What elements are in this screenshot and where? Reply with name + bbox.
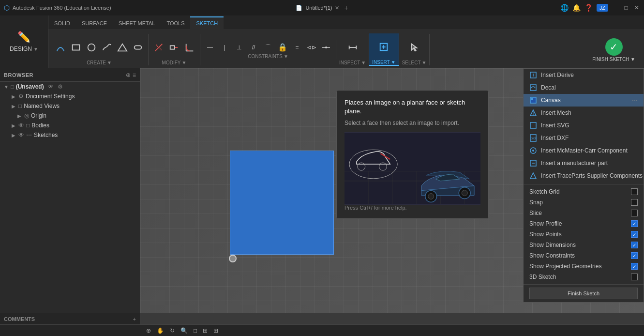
rotate-handle[interactable]	[229, 255, 237, 262]
doc-settings-label: Document Settings	[26, 93, 75, 100]
maximize-btn[interactable]: □	[623, 4, 629, 11]
show-dimensions-checkbox[interactable]	[631, 242, 638, 248]
canvas-item[interactable]: Canvas ⋯	[524, 94, 644, 107]
show-constraints-checkbox[interactable]	[631, 252, 638, 259]
show-constraints-setting[interactable]: Show Constraints	[524, 250, 644, 261]
expand-all-icon[interactable]: ⊕	[126, 72, 131, 78]
user-avatar[interactable]: JZ	[597, 4, 608, 12]
inspect-buttons	[345, 35, 360, 60]
midpoint-btn[interactable]	[319, 41, 333, 54]
slot-tool-btn[interactable]	[131, 35, 145, 60]
show-points-checkbox[interactable]	[631, 231, 638, 238]
arc-tool-btn[interactable]	[53, 35, 68, 60]
layout-btn[interactable]: ⊞	[211, 326, 220, 335]
inspect-label[interactable]: INSPECT ▼	[339, 60, 366, 65]
insert-dxf-item[interactable]: DXF Insert DXF	[524, 132, 644, 144]
select-btn[interactable]	[407, 35, 421, 60]
minimize-btn[interactable]: ─	[612, 4, 619, 11]
close-tab-icon[interactable]: ✕	[335, 5, 339, 11]
insert-label[interactable]: INSERT ▼	[372, 60, 395, 65]
tab-sheet-metal[interactable]: SHEET METAL	[113, 16, 161, 29]
insert-svg-item[interactable]: Insert SVG	[524, 119, 644, 132]
finish-sketch-dropdown-btn[interactable]: Finish Sketch	[529, 288, 638, 299]
bodies-eye-icon[interactable]: 👁	[18, 122, 24, 129]
tree-item-origin[interactable]: ▶ ◎ Origin	[0, 111, 140, 121]
3d-sketch-setting[interactable]: 3D Sketch	[524, 272, 644, 282]
grid-view-btn[interactable]: ⊞	[201, 326, 210, 335]
orbit-tool-btn[interactable]: ⊕	[144, 326, 153, 335]
ribbon-group-insert[interactable]: INSERT ▼	[369, 33, 399, 66]
tree-item-named-views[interactable]: ▶ □ Named Views	[0, 101, 140, 111]
nav-icon-3[interactable]: ❓	[584, 4, 593, 12]
zoom-tool-btn[interactable]: 🔍	[179, 326, 190, 335]
create-label[interactable]: CREATE ▼	[87, 60, 112, 65]
ribbon-group-finish-sketch[interactable]: ✓ FINISH SKETCH ▼	[585, 32, 642, 66]
perpendicular-btn[interactable]: ⊥	[232, 41, 246, 54]
sketch-grid-checkbox[interactable]	[631, 188, 638, 195]
show-projected-checkbox[interactable]	[631, 263, 638, 270]
sketch-rectangle[interactable]	[230, 151, 334, 255]
unsaved-more-icon[interactable]: ⚙	[58, 83, 63, 90]
nav-icon-2[interactable]: 🔔	[572, 4, 581, 12]
tree-item-bodies[interactable]: ▶ 👁 □ Bodies	[0, 121, 140, 130]
tab-sketch[interactable]: SKETCH	[190, 16, 224, 29]
decal-item[interactable]: Decal	[524, 81, 644, 94]
finish-sketch-big-btn[interactable]: ✓ FINISH SKETCH ▼	[588, 33, 639, 66]
new-tab-icon[interactable]: +	[344, 4, 348, 12]
polygon-tool-btn[interactable]	[115, 35, 130, 60]
equal-btn[interactable]: =	[290, 41, 304, 54]
show-profile-setting[interactable]: Show Profile	[524, 218, 644, 229]
insert-manufacturer-item[interactable]: Insert a manufacturer part	[524, 157, 644, 169]
sketches-eye-icon[interactable]: 👁	[18, 132, 24, 138]
tree-item-sketches[interactable]: ▶ 👁 ⋯ Sketches	[0, 130, 140, 140]
select-label[interactable]: SELECT ▼	[402, 60, 427, 65]
trim-btn[interactable]	[151, 35, 166, 60]
insert-mcmaster-item[interactable]: Insert McMaster-Carr Component	[524, 144, 644, 157]
snap-checkbox[interactable]	[631, 199, 638, 206]
insert-derive-item[interactable]: Insert Derive	[524, 69, 644, 81]
nav-icon-1[interactable]: 🌐	[560, 4, 569, 12]
settings-icon[interactable]: ≡	[133, 72, 136, 78]
slice-checkbox[interactable]	[631, 210, 638, 216]
spline-tool-btn[interactable]	[100, 35, 114, 60]
vertical-constraint-btn[interactable]: |	[218, 41, 231, 54]
inspect-btn[interactable]	[345, 35, 360, 60]
rectangle-tool-btn[interactable]	[69, 35, 83, 60]
symmetry-btn[interactable]: ⊲⊳	[305, 41, 318, 54]
insert-mesh-item[interactable]: Insert Mesh	[524, 107, 644, 119]
parallel-btn[interactable]: //	[247, 41, 260, 54]
3d-sketch-checkbox[interactable]	[631, 274, 638, 280]
insert-btn[interactable]	[376, 34, 391, 60]
pan-tool-btn[interactable]: ✋	[155, 326, 166, 335]
add-comment-icon[interactable]: +	[133, 316, 136, 322]
show-dimensions-setting[interactable]: Show Dimensions	[524, 240, 644, 250]
unsaved-eye-icon[interactable]: 👁	[48, 83, 54, 90]
constraints-label[interactable]: CONSTRAINTS ▼	[248, 54, 288, 59]
horizontal-constraint-btn[interactable]: —	[203, 41, 217, 54]
sketch-grid-setting[interactable]: Sketch Grid	[524, 186, 644, 197]
tangent-btn[interactable]: ⌒	[261, 41, 275, 54]
slice-setting[interactable]: Slice	[524, 208, 644, 218]
extend-btn[interactable]	[167, 35, 181, 60]
tab-surface[interactable]: SURFACE	[76, 16, 113, 29]
show-projected-setting[interactable]: Show Projected Geometries	[524, 261, 644, 272]
show-points-setting[interactable]: Show Points	[524, 229, 644, 240]
insert-manufacturer-icon	[529, 159, 537, 167]
view-cube-btn[interactable]: □	[192, 326, 199, 335]
tree-item-unsaved[interactable]: ▼ □ (Unsaved) 👁 ⚙	[0, 82, 140, 92]
snap-setting[interactable]: Snap	[524, 197, 644, 208]
lock-btn[interactable]: 🔒	[276, 41, 289, 54]
tab-solid[interactable]: SOLID	[48, 16, 76, 29]
modify-label[interactable]: MODIFY ▼	[162, 60, 187, 65]
tree-item-document-settings[interactable]: ▶ ⚙ Document Settings	[0, 92, 140, 101]
rotate-tool-btn[interactable]: ↻	[168, 326, 177, 335]
circle-tool-btn[interactable]	[84, 35, 99, 60]
svg-point-34	[462, 190, 467, 196]
design-button[interactable]: ✏️ DESIGN ▼	[0, 15, 48, 68]
fillet-btn[interactable]	[182, 35, 197, 60]
show-profile-checkbox[interactable]	[631, 220, 638, 227]
insert-traceparts-item[interactable]: Insert TraceParts Supplier Components	[524, 169, 644, 182]
tab-tools[interactable]: TOOLS	[161, 16, 190, 29]
close-btn[interactable]: ✕	[633, 4, 640, 11]
canvas-more-icon[interactable]: ⋯	[632, 97, 638, 104]
